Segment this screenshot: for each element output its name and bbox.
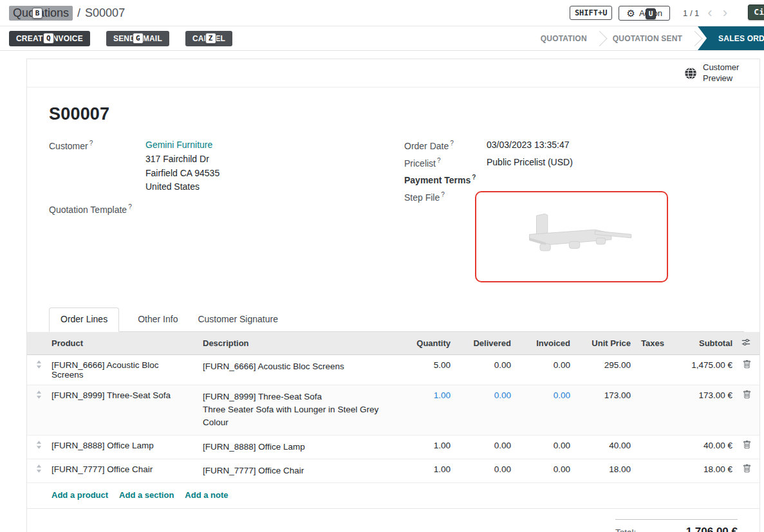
customer-link[interactable]: Gemini Furniture [145, 140, 212, 150]
cell-product[interactable]: [FURN_7777] Office Chair [46, 459, 198, 482]
list-footer-links: Add a productAdd a sectionAdd a note [27, 483, 759, 509]
cell-delivered[interactable]: 0.00 [456, 459, 516, 482]
record-title[interactable]: S00007 [49, 104, 744, 124]
cell-product[interactable]: [FURN_8999] Three-Seat Sofa [46, 385, 198, 435]
cell-handle [27, 385, 46, 435]
sliders-icon [741, 338, 750, 347]
control-panel: Quotations B / S00007 SHIFT+U ⚙ Action U… [0, 0, 764, 26]
cell-unit-price[interactable]: 18.00 [575, 459, 636, 482]
cell-description[interactable]: [FURN_8888] Office Lamp [198, 435, 396, 459]
step-file-image[interactable] [475, 191, 668, 282]
pager-previous-button[interactable]: ‹ [705, 6, 714, 20]
pager-next-button[interactable]: › [721, 6, 729, 20]
delete-line-button[interactable] [743, 464, 751, 475]
cell-delivered[interactable]: 0.00 [456, 435, 516, 459]
cell-product[interactable]: [FURN_8888] Office Lamp [46, 435, 198, 459]
order-line-row[interactable]: [FURN_8999] Three-Seat Sofa [FURN_8999] … [27, 385, 759, 435]
add-a-product-link[interactable]: Add a product [51, 490, 108, 500]
breadcrumb-quotations-link[interactable]: Quotations B [9, 6, 73, 21]
payment-terms-field: Payment Terms? [404, 174, 744, 185]
gear-icon: ⚙ [626, 8, 635, 18]
cell-unit-price[interactable]: 40.00 [575, 435, 636, 459]
optional-columns-button[interactable] [741, 338, 750, 349]
cell-quantity[interactable]: 1.00 [396, 459, 456, 482]
cell-handle [27, 354, 46, 385]
order-line-row[interactable]: [FURN_6666] Acoustic Bloc Screens [FURN_… [27, 354, 759, 385]
tab-customer-signature[interactable]: Customer Signature [196, 308, 279, 331]
add-a-note-link[interactable]: Add a note [185, 490, 228, 500]
sheet-footer: Terms and conditions... Total: 1,706.00 … [49, 509, 744, 532]
drag-handle-icon[interactable] [36, 390, 42, 401]
cell-product[interactable]: [FURN_6666] Acoustic Bloc Screens [46, 354, 198, 385]
action-menu-button[interactable]: ⚙ Action U [619, 6, 670, 21]
cell-unit-price[interactable]: 173.00 [575, 385, 636, 435]
customer-preview-link[interactable]: Customer Preview [684, 62, 745, 84]
cell-invoiced[interactable]: 0.00 [516, 459, 575, 482]
cell-invoiced[interactable]: 0.00 [516, 354, 575, 385]
tab-order-lines[interactable]: Order Lines [49, 307, 119, 332]
action-buttons: CREATE INVOICEQSEND EMAILGCANCELZ [9, 31, 232, 46]
order-line-row[interactable]: [FURN_7777] Office Chair [FURN_7777] Off… [27, 459, 759, 482]
cell-unit-price[interactable]: 295.00 [575, 354, 636, 385]
cell-taxes[interactable] [636, 459, 666, 482]
order-date-value[interactable]: 03/03/2023 13:35:47 [487, 140, 569, 151]
help-icon: ? [437, 157, 441, 164]
cell-taxes[interactable] [636, 354, 666, 385]
cell-invoiced[interactable]: 0.00 [516, 385, 575, 435]
order-lines-list: Product Description Quantity Delivered I… [27, 332, 759, 509]
order-lines-table: Product Description Quantity Delivered I… [27, 332, 759, 483]
help-icon: ? [89, 140, 93, 147]
pricelist-value[interactable]: Public Pricelist (USD) [487, 157, 573, 169]
customer-label-text: Customer [49, 141, 88, 151]
statusbar-step-label: QUOTATION SENT [613, 34, 682, 43]
keyboard-hint: Z [205, 33, 216, 44]
column-taxes[interactable]: Taxes [636, 332, 666, 355]
order-line-row[interactable]: [FURN_8888] Office Lamp [FURN_8888] Offi… [27, 435, 759, 459]
help-icon: ? [450, 140, 454, 147]
cell-quantity[interactable]: 5.00 [396, 354, 456, 385]
quotation-template-label-text: Quotation Template [49, 205, 127, 215]
statusbar-step-label: QUOTATION [541, 34, 587, 43]
cell-taxes[interactable] [636, 385, 666, 435]
delete-line-button[interactable] [743, 441, 751, 451]
column-invoiced[interactable]: Invoiced [516, 332, 575, 355]
drag-handle-icon[interactable] [36, 360, 42, 371]
cancel-button[interactable]: CANCELZ [185, 31, 232, 46]
column-delivered[interactable]: Delivered [456, 332, 516, 355]
fields-right-column: Order Date? 03/03/2023 13:35:47 Pricelis… [404, 140, 744, 288]
statusbar-step-quotation[interactable]: QUOTATION [528, 26, 600, 50]
cell-invoiced[interactable]: 0.00 [516, 435, 575, 459]
column-quantity[interactable]: Quantity [396, 332, 456, 355]
total-label: Total: [615, 527, 636, 532]
drag-handle-icon[interactable] [36, 464, 42, 475]
statusbar-step-sales-order[interactable]: SALES ORDER [698, 26, 764, 50]
cell-description[interactable]: [FURN_8999] Three-Seat Sofa Three Seater… [198, 385, 396, 435]
step-file-label: Step File? [404, 191, 487, 282]
column-product[interactable]: Product [46, 332, 198, 355]
drag-handle-icon[interactable] [36, 441, 42, 451]
delete-line-button[interactable] [743, 360, 751, 371]
cell-delivered[interactable]: 0.00 [456, 354, 516, 385]
delete-line-button[interactable] [743, 390, 751, 401]
customer-field: Customer? Gemini Furniture 317 Fairchild… [49, 140, 404, 194]
cell-description[interactable]: [FURN_6666] Acoustic Bloc Screens [198, 354, 396, 385]
create-invoice-button[interactable]: CREATE INVOICEQ [9, 31, 90, 46]
column-unit-price[interactable]: Unit Price [575, 332, 636, 355]
column-description[interactable]: Description [198, 332, 396, 355]
statusbar-step-quotation-sent[interactable]: QUOTATION SENT [600, 26, 695, 50]
send-email-button[interactable]: SEND EMAILG [106, 31, 169, 46]
column-subtotal[interactable]: Subtotal [666, 332, 738, 355]
cell-delivered[interactable]: 0.00 [456, 385, 516, 435]
cell-taxes[interactable] [636, 435, 666, 459]
payment-terms-label-text: Payment Terms [404, 175, 471, 185]
tab-other-info[interactable]: Other Info [136, 308, 179, 331]
cell-quantity[interactable]: 1.00 [396, 385, 456, 435]
cell-quantity[interactable]: 1.00 [396, 435, 456, 459]
add-a-section-link[interactable]: Add a section [119, 490, 174, 500]
quotation-template-field: Quotation Template? [49, 203, 404, 215]
column-options [738, 332, 759, 355]
customer-label: Customer? [49, 140, 145, 194]
shortcut-badge: SHIFT+U [570, 6, 613, 20]
cell-description[interactable]: [FURN_7777] Office Chair [198, 459, 396, 482]
order-date-label: Order Date? [404, 140, 487, 151]
